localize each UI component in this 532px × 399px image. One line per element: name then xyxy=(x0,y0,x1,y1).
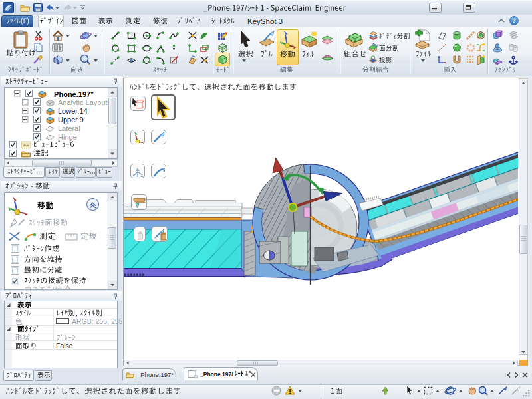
svg-text:?: ? xyxy=(512,17,516,24)
